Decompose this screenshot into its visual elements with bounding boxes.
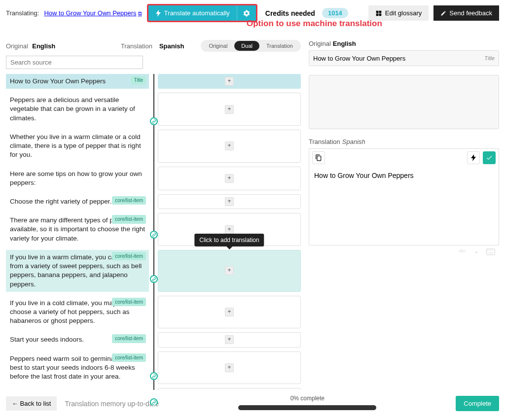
copy-source-button[interactable] (312, 151, 325, 164)
complete-button[interactable]: Complete (456, 396, 499, 411)
translation-toolbar (309, 148, 499, 167)
annotation-text: Option to use machine translation (247, 19, 382, 29)
search-source-input[interactable] (6, 56, 143, 69)
confirm-translation-button[interactable] (483, 151, 496, 164)
detail-translation-lang: Spanish (342, 138, 365, 145)
check-icon (486, 154, 493, 161)
svg-rect-1 (488, 250, 489, 251)
translating-label: Translating: (6, 9, 39, 17)
segment-source[interactable]: How to Grow Your Own PeppersTitle (6, 74, 149, 89)
segment-target[interactable]: + (158, 167, 301, 190)
detail-original-text: How to Grow Your Own Peppers (313, 55, 405, 62)
translation-footer-icons: abc (309, 245, 499, 261)
segment-tag: Title (131, 76, 146, 85)
translation-input[interactable]: How to Grow Your Own Peppers (309, 167, 499, 245)
add-translation-button[interactable]: + (225, 266, 234, 275)
view-toggle: Original Dual Translation (201, 40, 301, 52)
svg-rect-2 (489, 250, 490, 251)
segment-source[interactable]: Here are some tips on how to grow your o… (6, 167, 149, 190)
send-feedback-button[interactable]: Send feedback (433, 5, 499, 21)
segment-target[interactable]: + (158, 93, 301, 126)
segment-source[interactable]: There are many different types of pepper… (6, 213, 149, 246)
keyboard-icon (486, 248, 496, 258)
segment-source[interactable]: If you live in a warm climate, you can c… (6, 250, 149, 292)
link-icon (150, 398, 158, 405)
add-translation-button[interactable]: + (225, 197, 234, 206)
segment-target[interactable]: + (158, 74, 301, 89)
svg-rect-5 (489, 253, 493, 254)
detail-original-context (309, 75, 499, 129)
view-dual-button[interactable]: Dual (234, 41, 259, 51)
gear-icon (243, 10, 250, 17)
add-translation-button[interactable]: + (225, 174, 234, 183)
segment-target[interactable]: + (158, 351, 301, 385)
detail-original-tag: Title (484, 55, 495, 61)
detail-original-lang: English (333, 40, 356, 47)
add-translation-button[interactable]: + (225, 335, 234, 344)
back-to-list-button[interactable]: ← Back to list (6, 396, 57, 411)
pencil-icon (440, 10, 446, 16)
segment-target[interactable]: + (158, 332, 301, 347)
credits-needed-label: Credits needed (265, 9, 315, 17)
add-translation-button[interactable]: + (225, 308, 234, 316)
segment-source[interactable]: Peppers need warm soil to germinate, so … (6, 351, 149, 385)
credits-needed-value: 1014 (322, 8, 348, 18)
detail-original-box: How to Grow Your Own Peppers Title (309, 50, 499, 66)
segment-source-text: Start your seeds indoors. (10, 336, 84, 343)
segment-target[interactable]: + (158, 130, 301, 163)
link-icon (150, 117, 158, 125)
segment-tag: core/list-item (112, 215, 146, 224)
external-link-icon: ⧉ (138, 10, 142, 16)
translate-automatically-button[interactable]: Translate automatically (148, 5, 237, 21)
auto-translate-highlight: Translate automatically (147, 4, 257, 22)
segment-list: How to Grow Your Own PeppersTitle+Pepper… (6, 74, 301, 405)
original-column-lang: English (32, 42, 55, 50)
link-icon (150, 372, 158, 380)
translating-title-text: How to Grow Your Own Peppers (44, 9, 136, 17)
svg-rect-0 (487, 249, 495, 255)
add-translation-tooltip: Click to add translation (194, 234, 264, 246)
chevron-down-icon (472, 248, 482, 258)
segment-target[interactable]: + (158, 194, 301, 209)
original-column-label: Original (6, 42, 28, 50)
segment-tag: core/list-item (112, 334, 146, 343)
link-icon (150, 231, 158, 239)
segment-tag: core/list-item (112, 298, 146, 307)
translation-column-label: Translation (121, 42, 152, 50)
add-translation-button[interactable]: + (225, 225, 234, 234)
segment-tag: core/list-item (112, 353, 146, 362)
edit-glossary-label: Edit glossary (385, 9, 422, 17)
segment-source[interactable]: Start your seeds indoors.core/list-item (6, 332, 149, 347)
add-translation-button[interactable]: + (225, 77, 234, 86)
segment-target[interactable]: + (158, 296, 301, 329)
add-translation-button[interactable]: + (225, 105, 234, 114)
segment-tag: core/list-item (112, 196, 146, 205)
translating-title-link[interactable]: How to Grow Your Own Peppers⧉ (44, 9, 142, 17)
bolt-icon (155, 10, 161, 17)
detail-translation-label: Translation (309, 138, 340, 145)
add-translation-button[interactable]: + (225, 363, 234, 372)
bolt-icon (470, 154, 476, 161)
segment-source-text: Choose the right variety of pepper. (10, 198, 111, 205)
segment-source[interactable]: If you live in a cold climate, you may w… (6, 296, 149, 329)
segment-source-text: How to Grow Your Own Peppers (10, 77, 106, 85)
view-translation-button[interactable]: Translation (259, 41, 300, 51)
segment-source[interactable]: Choose the right variety of pepper.core/… (6, 194, 149, 209)
add-translation-button[interactable]: + (225, 141, 234, 150)
progress-bar (238, 405, 376, 410)
machine-translate-button[interactable] (467, 151, 480, 164)
view-original-button[interactable]: Original (202, 41, 234, 51)
segment-tag: core/list-item (112, 252, 146, 261)
segment-target[interactable]: +Click to add translation (158, 250, 301, 292)
segment-source-text: Peppers are a delicious and versatile ve… (10, 96, 135, 121)
abc-icon: abc (459, 248, 469, 258)
translation-memory-status: Translation memory up-to-date (65, 400, 159, 408)
svg-rect-4 (492, 250, 493, 251)
detail-original-label: Original (309, 40, 331, 47)
progress-label: 0% complete (167, 395, 448, 402)
send-feedback-label: Send feedback (449, 9, 492, 17)
segment-source-text: Whether you live in a warm climate or a … (10, 133, 141, 158)
translation-input-text: How to Grow Your Own Peppers (314, 172, 414, 179)
segment-source[interactable]: Peppers are a delicious and versatile ve… (6, 93, 149, 126)
segment-source[interactable]: Whether you live in a warm climate or a … (6, 130, 149, 163)
